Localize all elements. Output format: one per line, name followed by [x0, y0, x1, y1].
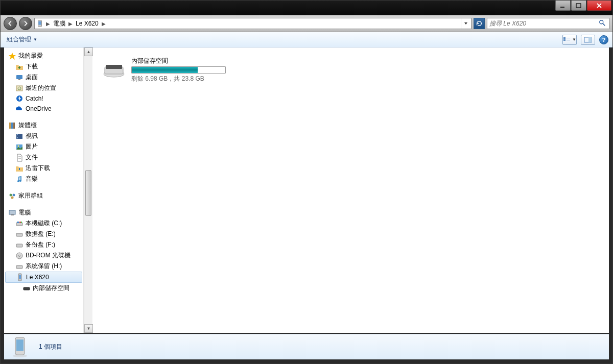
svg-point-28 — [13, 193, 15, 196]
svg-rect-11 — [588, 37, 592, 42]
picture-icon — [15, 143, 23, 151]
disc-icon — [15, 252, 23, 260]
scroll-up-button[interactable]: ▲ — [84, 47, 93, 56]
storage-bar — [131, 66, 226, 74]
tree-onedrive[interactable]: OneDrive — [4, 104, 83, 114]
storage-item[interactable]: 內部儲存空間 剩餘 6.98 GB，共 23.8 GB — [103, 57, 599, 83]
view-options-button[interactable]: ▼ — [562, 35, 577, 45]
desktop-icon — [15, 74, 23, 82]
drive-icon — [15, 220, 23, 228]
help-button[interactable]: ? — [599, 35, 608, 44]
tree-drive-c[interactable]: 本機磁碟 (C:) — [4, 218, 83, 229]
svg-point-27 — [10, 193, 12, 196]
device-icon — [36, 19, 44, 28]
svg-point-4 — [600, 20, 603, 24]
minimize-button[interactable] — [555, 1, 571, 11]
svg-rect-19 — [13, 123, 15, 129]
navigation-bar: ▶ 電腦 ▶ Le X620 ▶ — [1, 15, 612, 32]
address-dropdown[interactable] — [461, 18, 470, 29]
svg-rect-8 — [567, 38, 570, 38]
titlebar — [1, 1, 612, 15]
scrollbar[interactable]: ▲ ▼ — [84, 47, 92, 333]
svg-rect-12 — [16, 75, 22, 79]
tree-internal-storage[interactable]: 內部儲存空間 — [4, 283, 83, 294]
tree-bdrom[interactable]: BD-ROM 光碟機 — [4, 250, 83, 261]
svg-rect-22 — [17, 137, 18, 138]
svg-rect-40 — [16, 265, 22, 269]
svg-rect-34 — [19, 222, 21, 223]
storage-bar-fill — [132, 67, 198, 73]
refresh-button[interactable] — [474, 18, 485, 29]
svg-rect-6 — [563, 37, 565, 39]
preview-pane-button[interactable] — [581, 35, 595, 45]
search-input[interactable] — [489, 20, 599, 27]
svg-rect-18 — [11, 123, 13, 129]
tree-pictures[interactable]: 圖片 — [4, 141, 83, 152]
tree-catch[interactable]: Catch! — [4, 93, 83, 104]
tree-drive-f[interactable]: 备份盘 (F:) — [4, 239, 83, 250]
scroll-down-button[interactable]: ▼ — [84, 324, 93, 333]
tree-documents[interactable]: 文件 — [4, 152, 83, 163]
close-button[interactable] — [587, 1, 611, 11]
catch-icon — [15, 94, 23, 103]
video-icon — [15, 132, 23, 140]
storage-name: 內部儲存空間 — [131, 57, 226, 65]
svg-rect-13 — [18, 79, 20, 80]
tree-recent[interactable]: 最近的位置 — [4, 83, 83, 93]
svg-rect-31 — [11, 214, 14, 215]
svg-point-29 — [11, 196, 14, 199]
svg-rect-36 — [16, 233, 22, 236]
chevron-down-icon: ▼ — [33, 37, 37, 42]
svg-rect-33 — [17, 222, 19, 223]
svg-rect-1 — [576, 4, 581, 8]
libraries-header[interactable]: 媒體櫃 — [4, 120, 83, 131]
tree-drive-h[interactable]: 系统保留 (H:) — [4, 261, 83, 272]
device-large-icon — [10, 336, 30, 358]
star-icon — [8, 52, 16, 60]
phone-icon — [16, 273, 24, 281]
homegroup-icon — [8, 192, 16, 200]
tree-music[interactable]: 音樂 — [4, 174, 83, 184]
homegroup-header[interactable]: 家用群組 — [4, 190, 83, 201]
scroll-thumb[interactable] — [85, 170, 91, 216]
tree-videos[interactable]: 視訊 — [4, 131, 83, 141]
storage-icon — [22, 284, 31, 293]
computer-icon — [8, 209, 16, 217]
tree-le-x620[interactable]: Le X620 — [5, 272, 82, 283]
tree-desktop[interactable]: 桌面 — [4, 72, 83, 83]
download-icon — [15, 63, 23, 71]
svg-rect-48 — [16, 339, 23, 351]
back-button[interactable] — [4, 17, 17, 30]
svg-rect-43 — [23, 287, 30, 290]
svg-rect-35 — [21, 222, 22, 223]
chevron-right-icon: ▶ — [101, 21, 107, 27]
svg-rect-46 — [106, 65, 122, 69]
drive-icon — [15, 262, 23, 271]
svg-rect-9 — [567, 40, 570, 40]
onedrive-icon — [15, 105, 23, 113]
search-icon[interactable] — [599, 19, 607, 28]
tree-downloads[interactable]: 下載 — [4, 61, 83, 72]
svg-rect-17 — [9, 123, 11, 129]
xunlei-icon — [15, 164, 23, 173]
breadcrumb-root[interactable]: 電腦 — [52, 19, 66, 28]
search-box[interactable] — [487, 18, 609, 29]
breadcrumb-current[interactable]: Le X620 — [75, 20, 100, 27]
svg-point-39 — [19, 255, 20, 256]
tree-drive-e[interactable]: 数据盘 (E:) — [4, 229, 83, 239]
maximize-button[interactable] — [571, 1, 586, 11]
music-icon — [15, 175, 23, 183]
svg-line-5 — [603, 23, 605, 26]
svg-rect-21 — [17, 134, 18, 135]
address-bar[interactable]: ▶ 電腦 ▶ Le X620 ▶ — [34, 18, 471, 29]
tree-xunlei[interactable]: 迅雷下载 — [4, 163, 83, 174]
forward-button[interactable] — [19, 17, 32, 30]
navigation-tree: 我的最愛 下載 桌面 最近的位置 Catch! OneDrive 媒體櫃 視訊 … — [4, 47, 84, 333]
favorites-header[interactable]: 我的最愛 — [4, 51, 83, 61]
svg-rect-37 — [16, 244, 22, 247]
svg-rect-7 — [563, 39, 565, 41]
organize-label: 組合管理 — [7, 35, 31, 44]
organize-menu[interactable]: 組合管理▼ — [5, 34, 39, 45]
status-bar: 1 個項目 — [4, 334, 609, 359]
computer-header[interactable]: 電腦 — [4, 207, 83, 218]
